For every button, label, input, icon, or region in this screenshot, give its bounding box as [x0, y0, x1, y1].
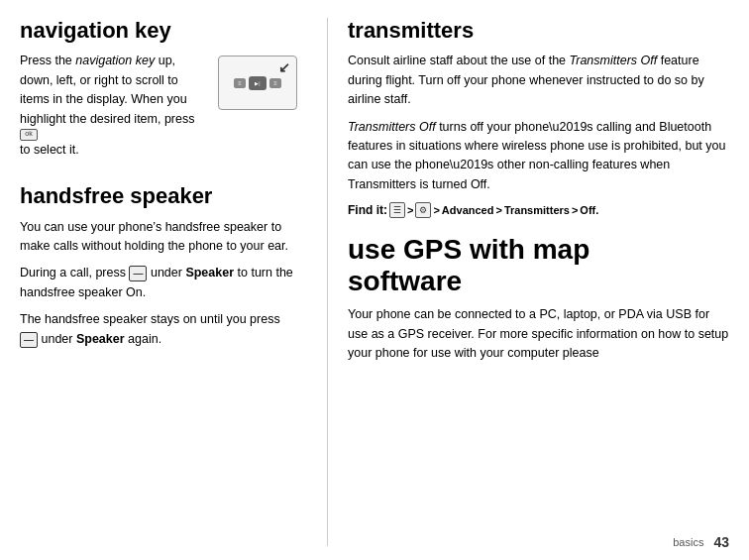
settings-icon: ⚙ — [415, 202, 431, 218]
find-sep3: > — [495, 204, 501, 216]
find-advanced: Advanced — [442, 204, 494, 216]
find-sep2: > — [433, 204, 439, 216]
gps-title-line1: use GPS with map — [348, 234, 589, 265]
transmitters-body1: Consult airline staff about the use of t… — [348, 52, 729, 109]
footer-page-number: 43 — [713, 534, 729, 550]
nav-center-icon — [249, 76, 267, 90]
arrow-down-icon: ↙ — [278, 59, 290, 75]
nav-key-text: Press the navigation key up, down, left,… — [20, 52, 208, 168]
find-transmitters: Transmitters — [504, 204, 570, 216]
transmitters-title: transmitters — [348, 18, 729, 44]
nav-icon-inner: ≡ ≡ — [234, 76, 281, 90]
speaker-button-icon-2: ― — [20, 332, 38, 348]
handsfree-title: handsfree speaker — [20, 183, 297, 209]
left-column: navigation key Press the navigation key … — [20, 18, 317, 546]
handsfree-body1: You can use your phone’s handsfree speak… — [20, 218, 297, 257]
transmitters-body2: Transmitters Off turns off your phone\u2… — [348, 118, 729, 195]
gps-title: use GPS with map software — [348, 234, 729, 297]
page-container: navigation key Press the navigation key … — [0, 0, 749, 560]
menu-icon: ☰ — [389, 202, 405, 218]
nav-key-title: navigation key — [20, 18, 297, 44]
find-sep4: > — [572, 204, 578, 216]
handsfree-body2: During a call, press ― under Speaker to … — [20, 264, 297, 302]
nav-key-image: ↙ ≡ ≡ — [218, 56, 297, 110]
find-it-label: Find it: — [348, 203, 387, 217]
nav-button-row: ≡ ≡ — [234, 76, 281, 90]
find-sep1: > — [407, 204, 413, 216]
nav-right-icon: ≡ — [269, 78, 281, 88]
find-off: Off. — [580, 204, 598, 216]
page-footer: basics 43 — [673, 534, 729, 550]
nav-left-icon: ≡ — [234, 78, 246, 88]
right-column: transmitters Consult airline staff about… — [338, 18, 729, 546]
gps-title-line2: software — [348, 266, 462, 296]
nav-key-section: navigation key Press the navigation key … — [20, 18, 297, 168]
find-it-line: Find it: ☰ > ⚙ > Advanced > Transmitters… — [348, 202, 729, 218]
handsfree-section: handsfree speaker You can use your phone… — [20, 183, 297, 349]
gps-section: use GPS with map software Your phone can… — [348, 234, 729, 364]
transmitters-section: transmitters Consult airline staff about… — [348, 18, 729, 218]
handsfree-body3: The handsfree speaker stays on until you… — [20, 310, 297, 349]
ok-button-icon: ok — [20, 129, 38, 141]
column-divider — [327, 18, 328, 546]
footer-section-label: basics — [673, 536, 703, 548]
nav-key-content: Press the navigation key up, down, left,… — [20, 52, 297, 168]
speaker-button-icon-1: ― — [129, 266, 147, 281]
nav-key-body: Press the navigation key up, down, left,… — [20, 52, 208, 160]
gps-body1: Your phone can be connected to a PC, lap… — [348, 305, 729, 363]
